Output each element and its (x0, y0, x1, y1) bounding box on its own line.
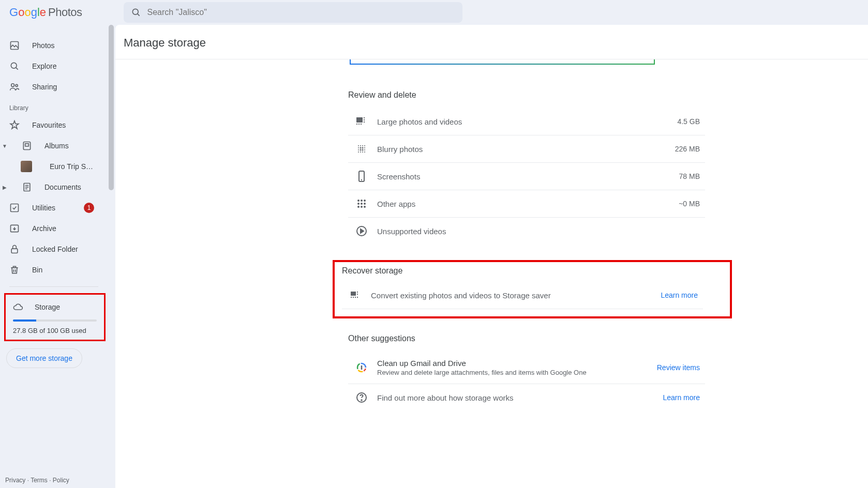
svg-point-32 (360, 149, 362, 151)
main-panel: Manage storage Review and delete Large p… (115, 25, 868, 488)
sidebar-item-documents[interactable]: ▶ Documents (0, 177, 103, 197)
help-icon (355, 391, 368, 404)
sidebar-item-photos[interactable]: Photos (0, 35, 103, 56)
archive-icon (9, 223, 20, 234)
sidebar: Photos Explore Sharing Library Favourite… (0, 25, 108, 488)
topbar: Google Photos (0, 0, 868, 25)
review-row-large[interactable]: Large photos and videos 4.5 GB (348, 108, 705, 135)
sidebar-item-archive[interactable]: Archive (0, 218, 103, 239)
svg-point-23 (358, 145, 359, 146)
phone-icon (355, 170, 368, 182)
svg-rect-53 (357, 294, 358, 295)
svg-point-42 (361, 200, 363, 202)
review-row-screenshots[interactable]: Screenshots 78 MB (348, 163, 705, 190)
search-bar[interactable] (124, 2, 462, 23)
sidebar-item-favourites[interactable]: Favourites (0, 115, 103, 135)
svg-point-48 (361, 206, 363, 208)
svg-point-31 (358, 149, 359, 150)
recover-section-title: Recover storage (342, 266, 723, 276)
sidebar-item-locked-folder[interactable]: Locked Folder (0, 239, 103, 260)
other-row-cleanup[interactable]: Clean up Gmail and Drive Review and dele… (348, 352, 705, 384)
svg-point-27 (358, 147, 359, 148)
recover-row-convert[interactable]: Convert existing photos and videos to St… (342, 282, 703, 309)
sidebar-item-albums[interactable]: ▼ Albums (0, 135, 103, 156)
check-square-icon (9, 203, 20, 213)
other-section-title: Other suggestions (348, 334, 705, 343)
storage-saver-icon (349, 289, 362, 301)
svg-rect-57 (357, 297, 358, 298)
svg-point-25 (362, 145, 363, 146)
svg-line-1 (137, 14, 139, 16)
svg-rect-13 (11, 204, 19, 212)
svg-point-6 (16, 84, 18, 86)
review-row-otherapps[interactable]: Other apps ~0 MB (348, 190, 705, 218)
svg-point-36 (360, 151, 361, 152)
utilities-badge: 1 (84, 203, 94, 213)
learn-more-link[interactable]: Learn more (661, 291, 698, 299)
sidebar-item-bin[interactable]: Bin (0, 260, 103, 280)
review-row-unsupported[interactable]: Unsupported videos (348, 218, 705, 245)
sidebar-item-storage[interactable]: Storage (11, 299, 99, 315)
review-row-blurry[interactable]: Blurry photos 226 MB (348, 135, 705, 163)
svg-point-38 (364, 151, 365, 152)
svg-point-30 (364, 147, 365, 148)
search-icon (9, 61, 20, 71)
app-name: Photos (48, 6, 82, 19)
policy-link[interactable]: Policy (53, 477, 69, 484)
library-label: Library (0, 97, 108, 115)
image-icon (9, 40, 20, 51)
terms-link[interactable]: Terms (31, 477, 48, 484)
svg-point-46 (364, 203, 366, 205)
trash-icon (9, 265, 20, 275)
svg-rect-19 (364, 121, 365, 123)
privacy-link[interactable]: Privacy (5, 477, 25, 484)
storage-used-text: 27.8 GB of 100 GB used (11, 327, 99, 334)
recover-section-highlight: Recover storage Convert existing photos … (333, 260, 732, 318)
svg-rect-22 (361, 124, 362, 125)
svg-point-33 (362, 149, 364, 151)
cutoff-element (350, 59, 655, 65)
svg-rect-55 (353, 297, 354, 298)
svg-point-37 (362, 151, 363, 152)
search-input[interactable] (147, 8, 455, 17)
search-icon (131, 7, 141, 18)
svg-point-35 (358, 151, 359, 152)
document-icon (22, 182, 32, 192)
storage-progress (13, 319, 97, 322)
svg-point-43 (364, 200, 366, 202)
svg-point-5 (11, 84, 14, 87)
sidebar-item-sharing[interactable]: Sharing (0, 77, 103, 97)
svg-point-45 (361, 203, 363, 205)
svg-rect-51 (351, 292, 356, 296)
storage-widget-highlight: Storage 27.8 GB of 100 GB used (4, 293, 106, 341)
star-icon (9, 120, 20, 130)
svg-rect-56 (355, 297, 356, 298)
sidebar-album-sub[interactable]: Euro Trip Sum… (0, 156, 103, 177)
svg-rect-18 (364, 119, 365, 120)
get-more-storage-button[interactable]: Get more storage (6, 348, 82, 368)
svg-rect-54 (351, 297, 352, 298)
svg-point-29 (362, 147, 364, 149)
sidebar-scrollbar[interactable] (108, 25, 115, 488)
google-one-icon (355, 361, 368, 374)
sidebar-item-explore[interactable]: Explore (0, 56, 103, 77)
play-circle-icon (355, 225, 368, 237)
svg-point-0 (132, 9, 138, 14)
svg-rect-21 (358, 124, 360, 125)
logo[interactable]: Google Photos (9, 6, 82, 19)
blur-icon (355, 143, 368, 155)
review-items-link[interactable]: Review items (657, 363, 700, 372)
svg-point-26 (364, 145, 365, 146)
svg-point-49 (364, 206, 366, 208)
review-section-title: Review and delete (348, 90, 705, 100)
svg-rect-8 (25, 144, 29, 146)
svg-rect-52 (357, 292, 358, 293)
svg-point-24 (360, 145, 361, 146)
photo-size-icon (355, 115, 368, 128)
svg-point-3 (11, 63, 17, 68)
other-row-learn[interactable]: Find out more about how storage works Le… (348, 384, 705, 411)
learn-more-link-2[interactable]: Learn more (663, 393, 700, 402)
svg-point-28 (360, 147, 362, 149)
sidebar-item-utilities[interactable]: Utilities 1 (0, 197, 103, 218)
svg-rect-16 (356, 117, 363, 123)
